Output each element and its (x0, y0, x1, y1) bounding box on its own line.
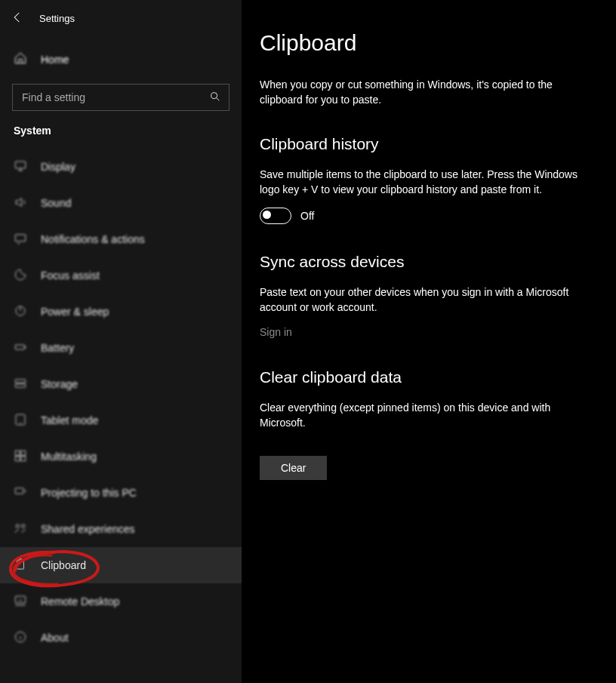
sync-desc: Paste text on your other devices when yo… (260, 285, 584, 315)
svg-point-15 (22, 524, 26, 528)
sidebar-item-power-sleep[interactable]: Power & sleep (0, 294, 242, 330)
svg-rect-4 (15, 345, 24, 349)
sidebar-item-focus-assist[interactable]: Focus assist (0, 257, 242, 294)
sidebar-item-label: About (41, 632, 69, 644)
about-icon (14, 630, 27, 646)
history-toggle[interactable] (260, 208, 291, 224)
sidebar-item-clipboard[interactable]: Clipboard (0, 547, 242, 583)
page-intro: When you copy or cut something in Window… (260, 77, 562, 108)
display-icon (14, 159, 27, 175)
sidebar-item-remote-desktop[interactable]: Remote Desktop (0, 583, 242, 620)
sync-heading: Sync across devices (260, 253, 586, 271)
clipboard-icon (14, 558, 27, 574)
history-toggle-label: Off (300, 210, 314, 222)
window-header: Settings (0, 0, 242, 36)
sidebar-item-about[interactable]: About (0, 620, 242, 656)
svg-rect-1 (15, 162, 26, 168)
sidebar-item-label: Notifications & actions (41, 233, 145, 245)
svg-rect-13 (15, 488, 23, 494)
sidebar-item-label: Shared experiences (41, 523, 135, 535)
search-icon (209, 91, 221, 105)
search-input-container[interactable] (12, 84, 229, 111)
battery-icon (14, 340, 27, 356)
sidebar-item-label: Focus assist (41, 269, 100, 282)
sidebar-item-sound[interactable]: Sound (0, 185, 242, 221)
sidebar-item-label: Storage (41, 378, 78, 390)
sidebar-item-shared-experiences[interactable]: Shared experiences (0, 511, 242, 547)
svg-rect-10 (21, 451, 26, 455)
tablet-icon (14, 413, 27, 429)
svg-point-14 (16, 524, 20, 528)
svg-rect-5 (15, 379, 26, 383)
sidebar-item-home[interactable]: Home (0, 42, 242, 76)
sidebar-nav: DisplaySoundNotifications & actionsFocus… (0, 149, 242, 656)
sidebar-item-display[interactable]: Display (0, 149, 242, 185)
sidebar-item-label: Battery (41, 342, 74, 354)
svg-point-8 (20, 423, 21, 423)
remote-icon (14, 594, 27, 610)
sidebar-item-label: Clipboard (41, 559, 86, 571)
svg-rect-12 (21, 456, 26, 460)
sidebar-section-title: System (0, 111, 242, 141)
storage-icon (14, 377, 27, 392)
sidebar-item-label: Display (41, 161, 75, 173)
sidebar-item-label: Projecting to this PC (41, 487, 137, 499)
sidebar-item-multitasking[interactable]: Multitasking (0, 438, 242, 475)
back-icon[interactable] (11, 11, 24, 26)
sidebar-item-label: Power & sleep (41, 306, 109, 318)
sidebar-item-label: Sound (41, 197, 71, 209)
svg-point-0 (211, 92, 217, 98)
clear-button[interactable]: Clear (260, 456, 327, 480)
sound-icon (14, 195, 27, 211)
history-heading: Clipboard history (260, 135, 586, 153)
sidebar-item-battery[interactable]: Battery (0, 330, 242, 366)
sidebar-item-label: Tablet mode (41, 414, 98, 426)
svg-rect-11 (15, 456, 20, 460)
app-title: Settings (39, 13, 75, 24)
home-label: Home (41, 54, 69, 66)
shared-icon (14, 521, 27, 537)
sidebar-item-tablet-mode[interactable]: Tablet mode (0, 402, 242, 438)
signin-link[interactable]: Sign in (260, 326, 292, 338)
multitasking-icon (14, 449, 27, 465)
project-icon (14, 485, 27, 501)
focus-icon (14, 268, 27, 284)
sidebar-item-label: Multitasking (41, 451, 97, 463)
home-icon (14, 51, 27, 67)
clear-desc: Clear everything (except pinned items) o… (260, 400, 584, 431)
svg-rect-6 (15, 383, 26, 387)
notifications-icon (14, 232, 27, 248)
svg-rect-2 (15, 234, 26, 241)
sidebar-item-storage[interactable]: Storage (0, 366, 242, 402)
main-pane: Clipboard When you copy or cut something… (242, 0, 616, 683)
search-input[interactable] (20, 91, 209, 104)
sidebar-item-projecting-to-this-pc[interactable]: Projecting to this PC (0, 475, 242, 511)
history-desc: Save multiple items to the clipboard to … (260, 167, 584, 198)
sidebar-item-notifications-actions[interactable]: Notifications & actions (0, 221, 242, 257)
power-icon (14, 304, 27, 320)
sidebar: Settings Home System DisplaySoundNotific… (0, 0, 242, 683)
sidebar-item-label: Remote Desktop (41, 595, 119, 608)
page-title: Clipboard (260, 30, 586, 56)
svg-rect-9 (15, 451, 20, 455)
clear-heading: Clear clipboard data (260, 368, 586, 386)
